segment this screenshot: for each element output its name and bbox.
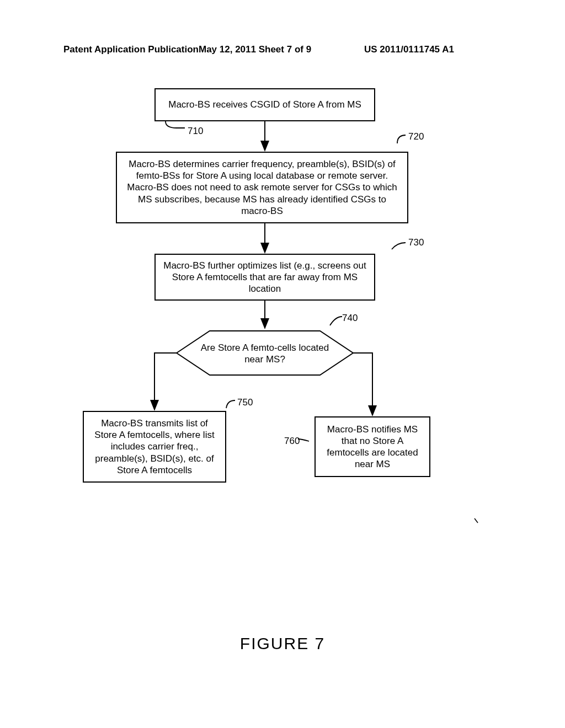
decision-740-label: Are Store A femto-cells located near MS? [201,342,329,365]
step-750-text: Macro-BS transmits list of Store A femto… [92,417,217,476]
svg-line-5 [475,518,478,523]
step-730-text: Macro-BS further optimizes list (e.g., s… [163,260,366,295]
step-750: Macro-BS transmits list of Store A femto… [83,411,226,483]
step-760-text: Macro-BS notifies MS that no Store A fem… [323,424,422,470]
step-710: Macro-BS receives CSGID of Store A from … [154,88,375,121]
step-730: Macro-BS further optimizes list (e.g., s… [154,254,375,301]
step-720: Macro-BS determines carrier frequency, p… [116,152,408,223]
step-760: Macro-BS notifies MS that no Store A fem… [315,416,430,477]
ref-720: 720 [408,131,424,142]
header-right: US 2011/0111745 A1 [364,44,454,55]
ref-750: 750 [237,397,253,408]
figure-label: FIGURE 7 [0,634,565,653]
step-710-text: Macro-BS receives CSGID of Store A from … [168,99,361,110]
header-left: Patent Application Publication [63,44,199,55]
ref-730: 730 [408,237,424,248]
header-mid: May 12, 2011 Sheet 7 of 9 [199,44,311,55]
decision-740-text: Are Store A femto-cells located near MS? [196,342,334,366]
ref-740: 740 [342,313,358,324]
ref-760: 760 [284,436,300,447]
step-720-text: Macro-BS determines carrier frequency, p… [125,158,399,217]
ref-710: 710 [188,126,203,137]
